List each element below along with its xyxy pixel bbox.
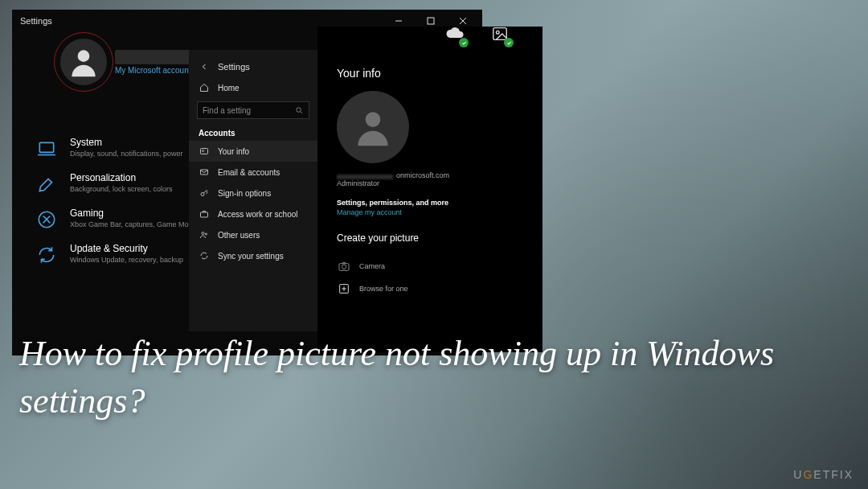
svg-rect-20 <box>201 149 208 154</box>
back-arrow-icon <box>199 61 210 72</box>
sidebar-item-other-users[interactable]: Other users <box>189 224 317 245</box>
sync-icon <box>199 250 210 261</box>
person-icon <box>350 105 395 150</box>
browse-option[interactable]: Browse for one <box>337 277 523 300</box>
your-info-heading: Your info <box>337 67 523 80</box>
article-headline: How to fix profile picture not showing u… <box>19 330 849 425</box>
your-info-panel: Your info onmicrosoft.com Administrator … <box>317 27 542 352</box>
svg-line-19 <box>301 111 302 113</box>
profile-avatar-placeholder[interactable] <box>337 91 409 163</box>
svg-point-25 <box>202 232 204 235</box>
home-icon <box>199 82 210 93</box>
sidebar-settings-label: Settings <box>218 62 250 72</box>
user-role: Administrator <box>337 179 523 187</box>
sidebar-item-your-info[interactable]: Your info <box>189 141 317 162</box>
person-icon <box>66 44 101 80</box>
svg-point-31 <box>342 265 346 269</box>
svg-rect-1 <box>428 18 434 24</box>
sidebar-home[interactable]: Home <box>189 77 317 98</box>
sidebar-back-row[interactable]: Settings <box>189 56 317 77</box>
xbox-icon <box>35 208 59 232</box>
svg-point-21 <box>203 150 204 152</box>
manage-account-link[interactable]: Manage my account <box>337 208 523 216</box>
sidebar-search-input[interactable]: Find a setting <box>197 101 309 119</box>
window-title: Settings <box>20 16 52 26</box>
user-email-redacted: onmicrosoft.com <box>337 171 523 179</box>
svg-rect-27 <box>493 28 507 40</box>
header-sync-icons <box>444 23 510 44</box>
briefcase-icon <box>199 208 210 220</box>
sidebar-item-email-accounts[interactable]: Email & accounts <box>189 162 317 183</box>
update-icon <box>35 243 59 267</box>
key-icon <box>199 187 210 199</box>
camera-icon <box>337 259 351 273</box>
watermark: UGETFIX <box>793 468 854 481</box>
laptop-icon <box>35 137 59 161</box>
check-badge-icon <box>459 38 469 47</box>
svg-rect-24 <box>201 212 208 217</box>
svg-point-28 <box>496 31 499 34</box>
mail-icon <box>199 166 210 178</box>
onedrive-status-icon[interactable] <box>444 23 465 44</box>
browse-icon <box>337 281 351 296</box>
people-icon <box>199 229 210 240</box>
svg-point-18 <box>297 107 301 112</box>
settings-permissions-label: Settings, permissions, and more <box>337 199 523 207</box>
svg-point-23 <box>201 193 204 196</box>
user-avatar[interactable] <box>60 39 107 85</box>
settings-sidebar-window: Settings Home Find a setting Accounts Yo… <box>189 50 317 331</box>
check-badge-icon <box>504 38 514 47</box>
sidebar-item-signin-options[interactable]: Sign-in options <box>189 183 317 203</box>
sidebar-item-work-school[interactable]: Access work or school <box>189 203 317 224</box>
svg-point-26 <box>206 233 207 235</box>
sidebar-home-label: Home <box>218 84 240 92</box>
person-card-icon <box>199 146 210 157</box>
sidebar-item-sync-settings[interactable]: Sync your settings <box>189 245 317 266</box>
search-icon <box>295 106 304 115</box>
brush-icon <box>35 172 59 196</box>
svg-point-4 <box>78 50 90 62</box>
create-picture-heading: Create your picture <box>337 232 523 244</box>
svg-rect-5 <box>39 142 53 152</box>
svg-point-29 <box>366 112 381 127</box>
sync-status-icon[interactable] <box>489 23 510 44</box>
sidebar-section-accounts: Accounts <box>189 125 317 141</box>
camera-option[interactable]: Camera <box>337 255 523 277</box>
